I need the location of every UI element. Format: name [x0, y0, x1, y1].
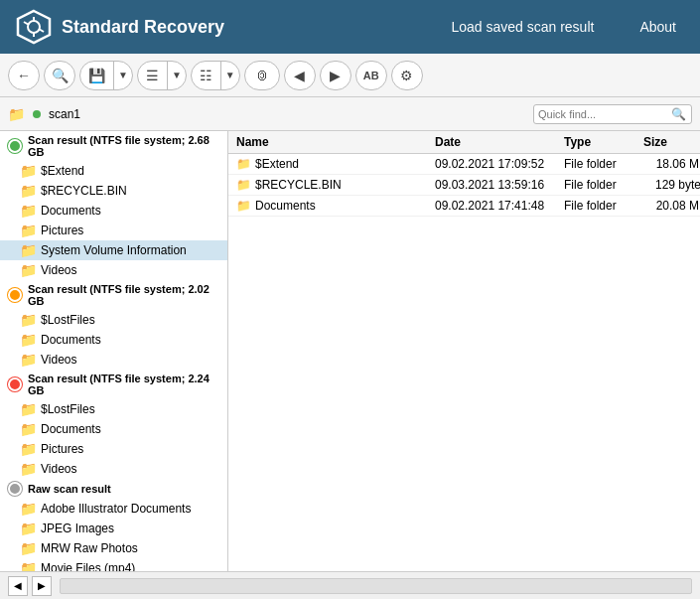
col-header-name[interactable]: Name: [228, 131, 427, 154]
header: Standard Recovery Load saved scan result…: [0, 0, 700, 54]
left-item-pictures-3[interactable]: 📁 Pictures: [0, 439, 227, 459]
folder-sm-icon: 📁: [8, 106, 25, 122]
scan-3-status-dot: [8, 377, 22, 391]
nav-about[interactable]: About: [631, 15, 684, 39]
back-button[interactable]: ←: [8, 61, 40, 90]
prev-button[interactable]: ◀: [284, 61, 316, 90]
folder-icon: 📁: [20, 183, 37, 199]
left-item-documents-3[interactable]: 📁 Documents: [0, 419, 227, 439]
search-button[interactable]: 🔍: [44, 61, 75, 90]
quick-find-input[interactable]: [538, 108, 667, 120]
statusbar: ◀ ▶: [0, 571, 700, 599]
scan-3-label: Scan result (NTFS file system; 2.24 GB: [28, 373, 223, 396]
addressbar: 📁 🔍: [0, 97, 700, 131]
left-item-label: MRW Raw Photos: [41, 541, 138, 555]
left-item-label: $LostFiles: [41, 402, 95, 416]
folder-icon: 📁: [20, 262, 37, 278]
left-item-label: Pictures: [41, 442, 83, 456]
left-item-label: Documents: [41, 204, 101, 218]
table-header-row: Name Date Type Size: [228, 131, 700, 154]
scan-result-raw[interactable]: Raw scan result: [0, 479, 227, 499]
left-item-videos-2[interactable]: 📁 Videos: [0, 350, 227, 370]
left-item-label: Documents: [41, 333, 101, 347]
next-button[interactable]: ▶: [320, 61, 351, 90]
folder-icon: 📁: [20, 560, 37, 571]
table-row[interactable]: 📁Documents 09.02.2021 17:41:48 File fold…: [228, 196, 700, 217]
left-item-videos-1[interactable]: 📁 Videos: [0, 260, 227, 280]
save-main-button[interactable]: 💾: [80, 62, 113, 89]
folder-icon: 📁: [20, 421, 37, 437]
left-item-label: Adobe Illustrator Documents: [41, 502, 191, 516]
left-item-documents-1[interactable]: 📁 Documents: [0, 201, 227, 221]
col-header-type[interactable]: Type: [556, 131, 635, 154]
left-item-mrw[interactable]: 📁 MRW Raw Photos: [0, 538, 227, 558]
cell-type: File folder: [556, 154, 635, 175]
scan-button[interactable]: 🄯: [244, 61, 280, 90]
table-row[interactable]: 📁$Extend 09.02.2021 17:09:52 File folder…: [228, 154, 700, 175]
left-item-documents-2[interactable]: 📁 Documents: [0, 330, 227, 350]
list-view-dropdown-button[interactable]: ▼: [167, 62, 186, 89]
nav-left-button[interactable]: ◀: [8, 576, 28, 596]
file-table: Name Date Type Size 📁$Extend 09.02.2021 …: [228, 131, 700, 217]
cell-size: 129 bytes: [635, 175, 700, 196]
left-item-lostfiles-2[interactable]: 📁 $LostFiles: [0, 310, 227, 330]
scan-result-2[interactable]: Scan result (NTFS file system; 2.02 GB: [0, 280, 227, 310]
list-view-main-button[interactable]: ☰: [138, 62, 167, 89]
left-item-label: $Extend: [41, 164, 84, 178]
left-item-lostfiles-3[interactable]: 📁 $LostFiles: [0, 399, 227, 419]
left-item-label: Videos: [41, 462, 76, 476]
col-header-date[interactable]: Date: [427, 131, 556, 154]
left-item-movie[interactable]: 📁 Movie Files (mp4): [0, 558, 227, 571]
left-item-label: Movie Files (mp4): [41, 561, 135, 571]
statusbar-nav: ◀ ▶: [8, 576, 52, 596]
scan-1-label: Scan result (NTFS file system; 2.68 GB: [28, 134, 223, 158]
toolbar: ← 🔍 💾 ▼ ☰ ▼ ☷ ▼ 🄯 ◀ ▶ АВ ⚙: [0, 54, 700, 97]
left-item-jpeg[interactable]: 📁 JPEG Images: [0, 519, 227, 538]
folder-icon: 📁: [20, 521, 37, 536]
scan-1-status-dot: [8, 139, 22, 153]
folder-icon: 📁: [236, 199, 251, 213]
save-button-group: 💾 ▼: [79, 61, 133, 90]
table-row[interactable]: 📁$RECYCLE.BIN 09.03.2021 13:59:16 File f…: [228, 175, 700, 196]
left-item-extend-1[interactable]: 📁 $Extend: [0, 161, 227, 181]
left-item-sysvolinfo-1[interactable]: 📁 System Volume Information: [0, 240, 227, 260]
view-button-group: ☷ ▼: [191, 61, 240, 90]
svg-point-1: [28, 21, 40, 33]
search-icon[interactable]: 🔍: [671, 107, 686, 121]
settings-button[interactable]: ⚙: [391, 61, 423, 90]
left-item-label: Pictures: [41, 224, 83, 237]
left-item-adobe[interactable]: 📁 Adobe Illustrator Documents: [0, 499, 227, 519]
scan-status-dot: [33, 110, 41, 118]
horizontal-scrollbar[interactable]: [60, 578, 692, 594]
nav-load-scan[interactable]: Load saved scan result: [443, 15, 602, 39]
save-dropdown-button[interactable]: ▼: [113, 62, 132, 89]
cell-date: 09.02.2021 17:09:52: [427, 154, 556, 175]
scan-2-label: Scan result (NTFS file system; 2.02 GB: [28, 283, 223, 307]
cell-type: File folder: [556, 196, 635, 217]
folder-icon: 📁: [20, 401, 37, 417]
view-dropdown-button[interactable]: ▼: [220, 62, 239, 89]
folder-icon: 📁: [20, 540, 37, 556]
left-item-label: Videos: [41, 353, 76, 367]
col-header-size[interactable]: Size: [635, 131, 700, 154]
left-item-pictures-1[interactable]: 📁 Pictures: [0, 221, 227, 240]
cell-date: 09.02.2021 17:41:48: [427, 196, 556, 217]
folder-icon: 📁: [20, 223, 37, 238]
left-item-label: System Volume Information: [41, 243, 187, 257]
search-box: 🔍: [533, 104, 692, 124]
svg-line-4: [24, 22, 29, 25]
scan-result-3[interactable]: Scan result (NTFS file system; 2.24 GB: [0, 370, 227, 399]
case-button[interactable]: АВ: [355, 61, 387, 90]
nav-right-button[interactable]: ▶: [32, 576, 52, 596]
left-item-label: Videos: [41, 263, 76, 277]
left-item-videos-3[interactable]: 📁 Videos: [0, 459, 227, 479]
folder-icon: 📁: [20, 352, 37, 368]
scan-raw-status-dot: [8, 482, 22, 496]
cell-type: File folder: [556, 175, 635, 196]
address-input[interactable]: [49, 107, 525, 121]
cell-size: 18.06 MB: [635, 154, 700, 175]
view-main-button[interactable]: ☷: [192, 62, 220, 89]
folder-icon: 📁: [236, 178, 251, 192]
scan-result-1[interactable]: Scan result (NTFS file system; 2.68 GB: [0, 131, 227, 161]
left-item-recycle-1[interactable]: 📁 $RECYCLE.BIN: [0, 181, 227, 201]
